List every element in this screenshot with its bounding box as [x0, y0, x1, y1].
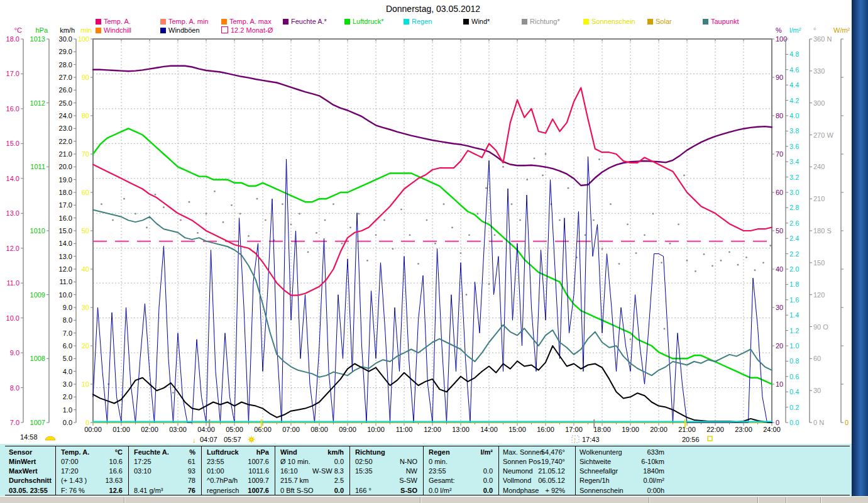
table-grid-line	[5, 446, 850, 446]
svg-text:km/h: km/h	[60, 26, 75, 34]
12-2-monat-swatch-icon	[221, 26, 228, 33]
svg-text:7.0: 7.0	[10, 419, 19, 426]
svg-text:8.0: 8.0	[10, 384, 19, 392]
status-bar-divider	[124, 497, 125, 503]
svg-text:24:00: 24:00	[763, 426, 781, 433]
table-value: 61	[134, 457, 195, 466]
svg-text:13.0: 13.0	[6, 209, 19, 217]
svg-text:04:00: 04:00	[197, 426, 215, 433]
svg-text:40: 40	[776, 265, 783, 273]
legend-item-windb-en[interactable]: Windböen	[160, 26, 200, 34]
legend-item-temp-a-min[interactable]: Temp. A. min	[160, 18, 209, 25]
legend-item-12-2-monat[interactable]: 12.2 Monat-Ø	[221, 26, 273, 34]
table-grid-line	[128, 446, 129, 495]
svg-text:11.0: 11.0	[6, 279, 19, 287]
legend-item-solar[interactable]: Solar	[647, 18, 672, 25]
svg-text:19.0: 19.0	[59, 176, 72, 184]
table-value: 0.0	[429, 486, 493, 495]
desktop-background	[852, 0, 868, 496]
svg-text:120: 120	[813, 291, 825, 299]
svg-text:22:00: 22:00	[706, 426, 724, 433]
row-label: 03.05. 23:55	[9, 486, 54, 495]
svg-text:1.8: 1.8	[789, 280, 799, 288]
table-grid-line	[349, 446, 350, 495]
svg-text:05:00: 05:00	[226, 426, 243, 433]
svg-text:1.0: 1.0	[63, 406, 72, 414]
legend-item-sonnenschein[interactable]: Sonnenschein	[583, 18, 635, 25]
legend-item-luftdruck[interactable]: Luftdruck*	[344, 18, 384, 25]
legend-label: Temp. A. min	[168, 18, 209, 25]
status-bar-divider	[786, 497, 787, 503]
svg-text:1010: 1010	[30, 227, 45, 235]
svg-text:17.0: 17.0	[59, 201, 72, 209]
svg-text:20.0: 20.0	[59, 163, 72, 170]
svg-text:2.4: 2.4	[789, 235, 799, 242]
table-value: 78	[134, 476, 195, 485]
table-value: 21.05.12	[503, 467, 565, 475]
solar-noon-time: 14:58	[20, 433, 38, 441]
table-value: NW	[355, 467, 417, 475]
sunset-icon	[708, 436, 712, 441]
legend-item-wind[interactable]: Wind*	[463, 18, 490, 25]
legend-item-windchill[interactable]: Windchill	[96, 26, 131, 34]
svg-text:30: 30	[82, 304, 89, 311]
svg-text:2.0: 2.0	[63, 393, 72, 401]
svg-text:3.8: 3.8	[789, 127, 799, 135]
svg-text:0 N: 0 N	[813, 419, 824, 426]
table-value: 10.6	[61, 457, 123, 466]
legend-item-richtung[interactable]: Richtung*	[522, 18, 560, 25]
svg-text:1008: 1008	[30, 355, 45, 362]
svg-text:10: 10	[776, 380, 783, 388]
svg-text:30: 30	[776, 304, 783, 311]
table-value: S-SW	[355, 476, 417, 485]
series-luftdruck	[93, 128, 772, 384]
svg-text:10.0: 10.0	[6, 314, 19, 322]
svg-text:3.6: 3.6	[789, 143, 799, 150]
svg-text:25.0: 25.0	[59, 99, 72, 107]
svg-text:30: 30	[813, 387, 821, 394]
svg-text:8.0: 8.0	[63, 316, 72, 324]
svg-text:4.6: 4.6	[789, 66, 799, 74]
svg-text:80: 80	[776, 112, 783, 119]
legend-item-taupunkt[interactable]: Taupunkt	[703, 18, 739, 25]
svg-text:27.0: 27.0	[59, 74, 72, 81]
table-value: 76	[134, 486, 195, 495]
svg-text:3.4: 3.4	[789, 158, 799, 165]
table-value: 54,476°	[503, 448, 565, 456]
svg-text:12.0: 12.0	[6, 245, 19, 252]
svg-text:16.0: 16.0	[6, 105, 19, 113]
svg-text:5.0: 5.0	[63, 355, 72, 362]
svg-text:240: 240	[813, 163, 825, 170]
table-grid-line	[275, 446, 275, 495]
svg-text:270 W: 270 W	[813, 131, 833, 139]
svg-text:0: 0	[845, 419, 849, 426]
table-value: + 92%	[503, 486, 565, 495]
weather-chart: 00:0001:0002:0003:0004:0005:0006:0007:00…	[0, 0, 868, 503]
svg-text:15:00: 15:00	[508, 426, 526, 433]
svg-text:15.0: 15.0	[6, 140, 19, 147]
luftdruck-swatch-icon	[344, 19, 350, 25]
svg-text:03:00: 03:00	[169, 426, 187, 433]
table-grid-line	[575, 446, 576, 495]
row-label: MaxWert	[9, 467, 54, 475]
svg-text:150: 150	[813, 259, 825, 267]
svg-text:17:00: 17:00	[565, 426, 583, 433]
legend-item-feuchte-a[interactable]: Feuchte A.*	[283, 18, 327, 25]
legend-item-temp-a[interactable]: Temp. A.	[96, 18, 131, 25]
richtung-swatch-icon	[522, 19, 527, 25]
table-grid-line	[55, 446, 56, 495]
row-label: Sensor	[9, 448, 54, 456]
svg-text:17.0: 17.0	[6, 70, 19, 77]
svg-text:18.0: 18.0	[6, 35, 19, 43]
legend-item-regen[interactable]: Regen	[404, 18, 432, 25]
status-bar-divider	[649, 497, 650, 503]
legend-item-temp-a-max[interactable]: Temp. A. max	[221, 18, 272, 25]
row-label: MinWert	[9, 457, 54, 466]
svg-text:4.8: 4.8	[789, 50, 799, 58]
svg-text:14:00: 14:00	[480, 426, 498, 433]
table-value: 0.0	[429, 476, 493, 485]
svg-text:14.0: 14.0	[6, 175, 19, 182]
table-value: N-NO	[355, 457, 417, 466]
svg-text:90: 90	[776, 74, 783, 81]
svg-text:70: 70	[82, 150, 89, 158]
